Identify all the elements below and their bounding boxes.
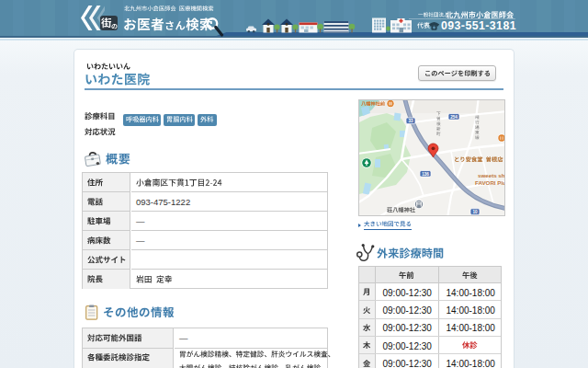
svg-text:10: 10	[472, 210, 478, 214]
svg-text:254: 254	[450, 115, 458, 120]
svg-text:136: 136	[422, 172, 429, 177]
svg-text:33: 33	[408, 119, 413, 123]
